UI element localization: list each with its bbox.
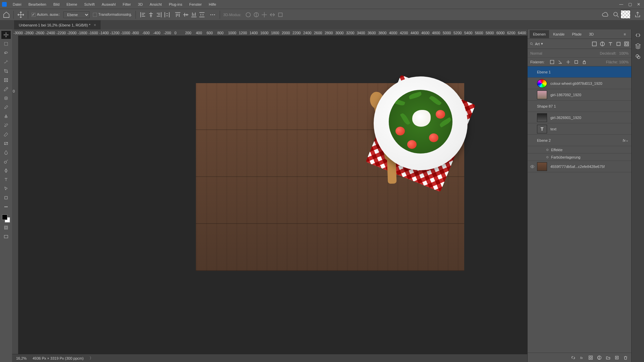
layer-row[interactable]: 4559f777db5af...c2efe8428e675f xyxy=(528,161,631,172)
quickmask-tool[interactable] xyxy=(1,224,11,232)
menu-schrift[interactable]: Schrift xyxy=(81,1,98,8)
effect-visibility-icon[interactable] xyxy=(544,148,551,152)
new-layer-icon[interactable] xyxy=(614,355,619,360)
lock-nesting-icon[interactable] xyxy=(574,60,579,64)
layer-row[interactable]: Ebene 2fx ⌄ xyxy=(528,135,631,146)
shape-tool[interactable] xyxy=(1,194,11,202)
layer-name[interactable]: girl-3626901_1920 xyxy=(550,116,629,120)
eyedropper-tool[interactable] xyxy=(1,85,11,93)
layer-row[interactable]: Shape 87 1 xyxy=(528,101,631,112)
layer-name[interactable]: 4559f777db5af...c2efe8428e675f xyxy=(550,165,629,169)
blur-tool[interactable] xyxy=(1,148,11,157)
path-selection-tool[interactable] xyxy=(1,185,11,193)
marquee-tool[interactable] xyxy=(1,40,11,48)
filter-shape-icon[interactable] xyxy=(616,41,621,47)
layer-mask-icon[interactable] xyxy=(588,355,593,360)
window-close-button[interactable]: ✕ xyxy=(637,2,641,6)
more-tools-icon[interactable] xyxy=(1,203,11,211)
layer-effect-row[interactable]: Effekte xyxy=(528,146,631,154)
layer-effect-row[interactable]: Farbüberlagerung xyxy=(528,154,631,161)
eraser-tool[interactable] xyxy=(1,130,11,138)
layer-thumbnail[interactable] xyxy=(537,79,547,88)
brush-tool[interactable] xyxy=(1,103,11,111)
filter-pixel-icon[interactable] xyxy=(592,41,597,47)
status-zoom[interactable]: 16,2% xyxy=(16,356,26,360)
menu-fenster[interactable]: Fenster xyxy=(186,1,205,8)
canvas-viewport[interactable] xyxy=(18,36,527,354)
more-options-icon[interactable] xyxy=(209,11,216,18)
magic-wand-tool[interactable] xyxy=(1,58,11,66)
lock-position-icon[interactable] xyxy=(566,60,571,64)
gradient-tool[interactable] xyxy=(1,139,11,147)
crop-tool[interactable] xyxy=(1,67,11,75)
close-tab-icon[interactable]: × xyxy=(94,23,96,27)
effect-visibility-icon[interactable] xyxy=(544,155,551,159)
lock-transparent-icon[interactable] xyxy=(550,60,554,64)
layer-thumbnail[interactable] xyxy=(537,90,547,99)
align-right-icon[interactable] xyxy=(155,11,163,18)
ruler-vertical[interactable]: 0 xyxy=(12,36,18,354)
layer-row[interactable]: girl-3626901_1920 xyxy=(528,112,631,123)
layer-row[interactable]: Ebene 1 xyxy=(528,66,631,78)
layer-name[interactable]: girl-1867092_1920 xyxy=(550,93,629,97)
share-icon[interactable] xyxy=(634,11,641,18)
document-tab[interactable]: Unbenannt-1 bei 16,2% (Ebene 1, RGB/8) *… xyxy=(14,20,101,29)
layer-style-icon[interactable]: fx xyxy=(580,355,584,360)
healing-brush-tool[interactable] xyxy=(1,94,11,102)
window-maximize-button[interactable]: ▢ xyxy=(628,2,632,6)
layer-fx-badge[interactable]: fx xyxy=(623,138,626,142)
filter-type-icon[interactable] xyxy=(608,41,613,47)
layers-shortcut-icon[interactable] xyxy=(635,43,641,49)
ruler-horizontal[interactable]: -3000-2800-2600-2400-2200-2000-1800-1600… xyxy=(12,29,527,36)
layer-search[interactable]: Art ▾ xyxy=(530,42,560,46)
layer-name[interactable]: Shape 87 1 xyxy=(537,104,629,108)
align-bottom-icon[interactable] xyxy=(190,11,198,18)
menu-3d[interactable]: 3D xyxy=(135,1,146,8)
move-tool[interactable] xyxy=(1,31,11,39)
lock-image-icon[interactable] xyxy=(558,60,562,64)
menu-bild[interactable]: Bild xyxy=(50,1,62,8)
tab-3d[interactable]: 3D xyxy=(586,30,597,38)
menu-bearbeiten[interactable]: Bearbeiten xyxy=(25,1,49,8)
transform-controls-checkbox[interactable]: Transformationsstrg. xyxy=(93,12,132,17)
channels-shortcut-icon[interactable] xyxy=(635,54,641,60)
cloud-docs-icon[interactable] xyxy=(602,11,609,18)
menu-datei[interactable]: Datei xyxy=(10,1,24,8)
align-top-icon[interactable] xyxy=(174,11,181,18)
layer-name[interactable]: Ebene 1 xyxy=(537,70,629,74)
layer-row[interactable]: girl-1867092_1920 xyxy=(528,89,631,101)
distribute-v-icon[interactable] xyxy=(198,11,206,18)
filter-smartobject-icon[interactable] xyxy=(624,41,629,47)
layer-visibility-icon[interactable] xyxy=(528,164,537,169)
search-icon[interactable] xyxy=(612,11,620,18)
chevron-down-icon[interactable]: ⌄ xyxy=(626,138,629,142)
tab-kanaele[interactable]: Kanäle xyxy=(550,30,568,38)
link-layers-icon[interactable] xyxy=(571,355,576,360)
lock-all-icon[interactable] xyxy=(582,60,587,64)
clone-stamp-tool[interactable] xyxy=(1,112,11,120)
status-chevron-icon[interactable]: 〉 xyxy=(90,356,93,361)
frame-tool[interactable] xyxy=(1,76,11,84)
adjustment-layer-icon[interactable] xyxy=(597,355,602,360)
color-swatches[interactable] xyxy=(2,215,10,223)
layer-thumbnail[interactable] xyxy=(537,162,547,171)
align-left-icon[interactable] xyxy=(139,11,147,18)
menu-ebene[interactable]: Ebene xyxy=(63,1,80,8)
layer-row[interactable]: colour-wheel-gb9f78d013_1920 xyxy=(528,78,631,89)
panel-menu-icon[interactable]: ≡ xyxy=(621,30,629,38)
tab-ebenen[interactable]: Ebenen xyxy=(530,30,549,38)
status-doc-info[interactable]: 4936 Px × 3319 Px (300 ppcm) xyxy=(33,356,84,360)
type-tool[interactable] xyxy=(1,176,11,184)
delete-layer-icon[interactable] xyxy=(623,355,628,360)
menu-auswahl[interactable]: Auswahl xyxy=(99,1,119,8)
history-brush-tool[interactable] xyxy=(1,121,11,129)
new-group-icon[interactable] xyxy=(606,355,610,360)
menu-hilfe[interactable]: Hilfe xyxy=(206,1,219,8)
menu-ansicht[interactable]: Ansicht xyxy=(147,1,165,8)
opacity-value[interactable]: 100% xyxy=(619,51,629,55)
window-minimize-button[interactable]: — xyxy=(619,2,623,6)
filter-adjustment-icon[interactable] xyxy=(600,41,605,47)
blend-mode-dropdown[interactable]: Normal xyxy=(530,51,597,55)
layer-row[interactable]: Ttext xyxy=(528,123,631,135)
lasso-tool[interactable] xyxy=(1,49,11,57)
